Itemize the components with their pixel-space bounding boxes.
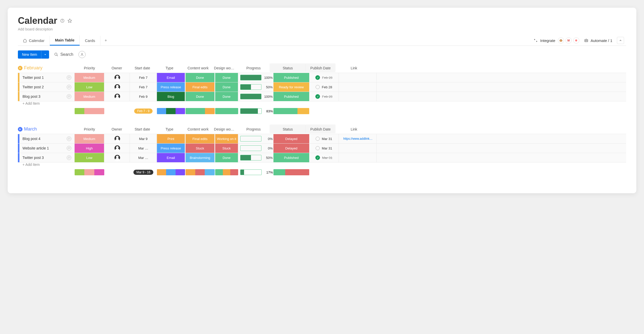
tab-cards[interactable]: Cards — [80, 36, 100, 45]
tab-main-table[interactable]: Main Table — [50, 35, 80, 46]
summary-date-range[interactable]: Feb 7 - 9 — [130, 108, 156, 114]
design-work-cell[interactable]: Done — [215, 82, 238, 92]
summary-design[interactable] — [215, 108, 238, 114]
priority-cell[interactable]: High — [75, 144, 104, 153]
type-cell[interactable]: Email — [157, 73, 185, 82]
summary-design[interactable] — [215, 169, 238, 175]
add-tab-button[interactable]: + — [100, 36, 111, 45]
group-toggle[interactable] — [18, 66, 22, 70]
owner-cell[interactable] — [105, 82, 130, 92]
summary-type[interactable] — [157, 169, 185, 175]
progress-cell[interactable]: 50% — [239, 82, 274, 92]
group-name[interactable]: March — [24, 124, 75, 134]
progress-cell[interactable]: 0% — [239, 134, 274, 143]
link-cell[interactable] — [339, 144, 377, 153]
start-date-cell[interactable]: Mar … — [130, 144, 156, 153]
column-publish-date[interactable]: Publish Date — [306, 64, 335, 72]
expand-icon[interactable] — [67, 155, 71, 160]
automate-button[interactable]: Automate / 1 — [584, 38, 612, 43]
summary-type[interactable] — [157, 108, 185, 114]
item-name-cell[interactable]: Twitter post 3 — [19, 153, 75, 162]
add-item-row[interactable]: + Add Item — [18, 101, 626, 105]
link-cell[interactable] — [339, 73, 377, 82]
priority-cell[interactable]: Medium — [75, 134, 104, 143]
expand-icon[interactable] — [67, 75, 71, 80]
progress-cell[interactable]: 100% — [239, 92, 274, 101]
status-cell[interactable]: Published — [273, 73, 309, 82]
start-date-cell[interactable]: Feb 9 — [130, 92, 156, 101]
column-progress[interactable]: Progress — [236, 64, 271, 72]
priority-cell[interactable]: Medium — [75, 73, 104, 82]
design-work-cell[interactable]: Working on it — [215, 134, 238, 143]
column-publish-date[interactable]: Publish Date — [306, 125, 335, 133]
status-cell[interactable]: Published — [273, 153, 309, 162]
item-name-cell[interactable]: Blog post 3 — [19, 92, 75, 101]
owner-cell[interactable] — [105, 144, 130, 153]
content-work-cell[interactable]: Final edits — [186, 134, 215, 143]
priority-cell[interactable]: Low — [75, 82, 104, 92]
summary-date-range[interactable]: Mar 9 - 16 — [130, 169, 156, 175]
column-start-date[interactable]: Start date — [129, 125, 155, 133]
owner-cell[interactable] — [105, 73, 130, 82]
item-name-cell[interactable]: Blog post 4 — [19, 134, 75, 143]
owner-cell[interactable] — [105, 92, 130, 101]
search-button[interactable]: Search — [54, 52, 73, 57]
link-cell[interactable] — [339, 82, 377, 92]
type-cell[interactable]: Press release — [157, 82, 185, 92]
summary-status[interactable] — [273, 108, 309, 114]
column-priority[interactable]: Priority — [75, 64, 104, 72]
column-content-work[interactable]: Content work — [183, 64, 213, 72]
summary-status[interactable] — [273, 169, 309, 175]
hubspot-icon[interactable]: ✱ — [573, 37, 579, 44]
priority-cell[interactable]: Medium — [75, 92, 104, 101]
progress-cell[interactable]: 0% — [239, 144, 274, 153]
publish-date-cell[interactable]: ✓ Mar 31 — [309, 153, 339, 162]
link-cell[interactable] — [339, 153, 377, 162]
status-cell[interactable]: Ready for review — [273, 82, 309, 92]
collapse-button[interactable] — [617, 37, 624, 44]
column-owner[interactable]: Owner — [104, 64, 129, 72]
column-type[interactable]: Type — [155, 125, 183, 133]
publish-date-cell[interactable]: ✓ Feb 28 — [309, 73, 339, 82]
column-design-work[interactable]: Design wo… — [213, 125, 236, 133]
board-subtitle[interactable]: Add board description — [18, 27, 626, 31]
integrate-button[interactable]: Integrate 🐵 M ✱ — [534, 37, 579, 44]
content-work-cell[interactable]: Done — [186, 73, 215, 82]
type-cell[interactable]: Press release — [157, 144, 185, 153]
item-name-cell[interactable]: Website article 1 — [19, 144, 75, 153]
expand-icon[interactable] — [67, 146, 71, 150]
column-link[interactable]: Link — [335, 64, 373, 72]
summary-content[interactable] — [186, 169, 215, 175]
tab-calendar[interactable]: Calendar — [18, 36, 50, 45]
column-link[interactable]: Link — [335, 125, 373, 133]
add-item-row[interactable]: + Add Item — [18, 162, 626, 167]
column-priority[interactable]: Priority — [75, 125, 104, 133]
summary-progress[interactable]: 17% — [239, 169, 274, 175]
design-work-cell[interactable]: Done — [215, 73, 238, 82]
summary-progress[interactable]: 83% — [239, 108, 274, 114]
star-icon[interactable] — [67, 18, 72, 23]
link-cell[interactable] — [339, 92, 377, 101]
item-name-cell[interactable]: Twitter post 1 — [19, 73, 75, 82]
column-design-work[interactable]: Design wo… — [213, 64, 236, 72]
progress-cell[interactable]: 50% — [239, 153, 274, 162]
summary-priority[interactable] — [75, 169, 104, 175]
gmail-icon[interactable]: M — [566, 37, 572, 44]
progress-cell[interactable]: 100% — [239, 73, 274, 82]
status-cell[interactable]: Delayed — [273, 134, 309, 143]
design-work-cell[interactable]: Done — [215, 92, 238, 101]
group-name[interactable]: February — [24, 63, 75, 73]
content-work-cell[interactable]: Final edits — [186, 82, 215, 92]
column-content-work[interactable]: Content work — [183, 125, 213, 133]
owner-cell[interactable] — [105, 134, 130, 143]
person-filter-button[interactable] — [78, 51, 86, 58]
content-work-cell[interactable]: Brainstorming — [186, 153, 215, 162]
column-start-date[interactable]: Start date — [129, 64, 155, 72]
expand-icon[interactable] — [67, 85, 71, 89]
item-name-cell[interactable]: Twitter post 2 — [19, 82, 75, 92]
column-owner[interactable]: Owner — [104, 125, 129, 133]
content-work-cell[interactable]: Stuck — [186, 144, 215, 153]
column-status[interactable]: Status — [270, 64, 306, 72]
publish-date-cell[interactable]: ✓ Feb 28 — [309, 92, 339, 101]
publish-date-cell[interactable]: Feb 28 — [309, 82, 339, 92]
